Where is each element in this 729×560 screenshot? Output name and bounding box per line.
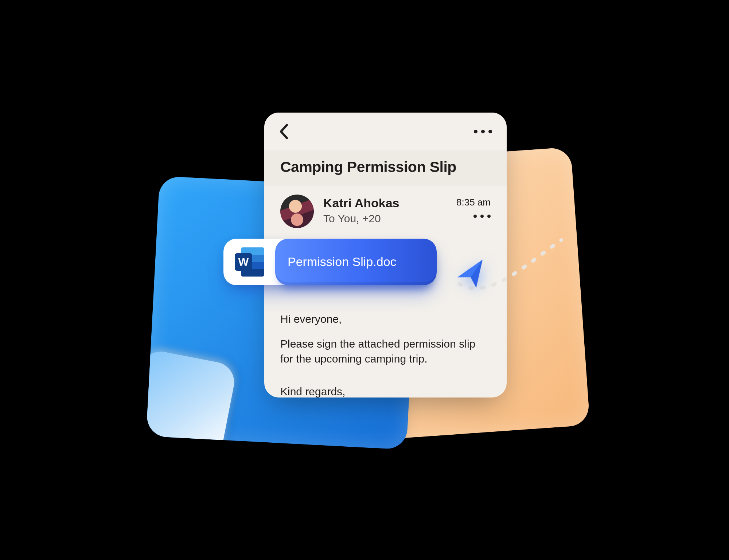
email-body: Hi everyone, Please sign the attached pe…	[264, 312, 507, 398]
body-main: Please sign the attached permission slip…	[280, 337, 491, 366]
more-actions-button[interactable]	[474, 130, 492, 133]
attachment-chip[interactable]: W Permission Slip.doc	[223, 239, 437, 285]
email-time: 8:35 am	[456, 197, 491, 208]
note-page-curl	[146, 348, 238, 450]
send-button[interactable]	[451, 254, 491, 294]
email-subject: Camping Permission Slip	[264, 150, 507, 186]
attachment-app-icon-wrap: W	[223, 239, 275, 285]
body-signoff: Kind regards,	[280, 384, 491, 398]
chevron-left-icon	[279, 124, 289, 140]
sender-avatar[interactable]	[280, 195, 314, 228]
email-header: Katri Ahokas To You, +20 8:35 am	[264, 186, 507, 232]
word-document-icon: W	[235, 247, 264, 277]
message-more-button[interactable]	[473, 215, 491, 218]
email-toolbar	[264, 113, 507, 150]
paper-plane-icon	[451, 254, 491, 294]
recipients-line[interactable]: To You, +20	[323, 212, 447, 225]
word-badge-letter: W	[235, 253, 252, 271]
body-greeting: Hi everyone,	[280, 312, 491, 327]
back-button[interactable]	[279, 124, 289, 140]
sender-name: Katri Ahokas	[323, 196, 447, 210]
attachment-filename: Permission Slip.doc	[275, 239, 437, 285]
